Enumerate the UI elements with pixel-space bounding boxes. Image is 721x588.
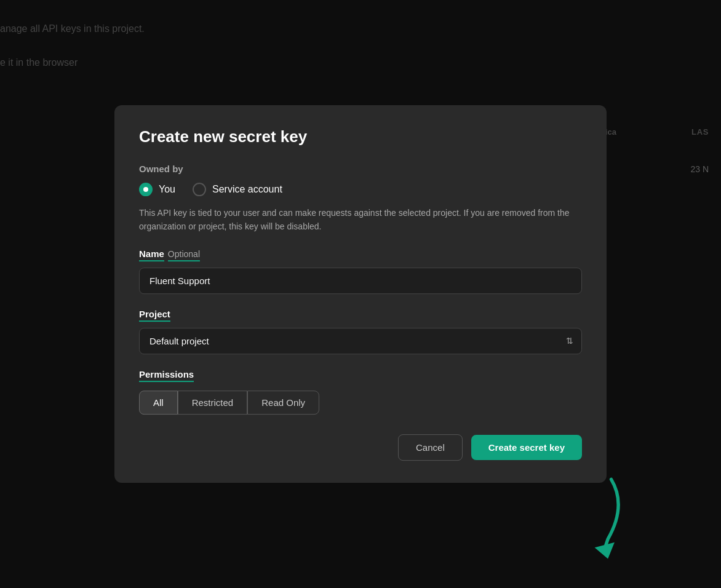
owned-by-row: You Service account bbox=[139, 183, 582, 196]
dialog-title: Create new secret key bbox=[139, 127, 582, 146]
owned-by-label: Owned by bbox=[139, 164, 582, 174]
description-text: This API key is tied to your user and ca… bbox=[139, 206, 582, 234]
radio-you-option[interactable]: You bbox=[139, 183, 175, 196]
perm-read-only-button[interactable]: Read Only bbox=[247, 391, 319, 415]
perm-restricted-button[interactable]: Restricted bbox=[178, 391, 248, 415]
project-label-wrapper: Project bbox=[139, 309, 582, 328]
project-label: Project bbox=[139, 309, 170, 322]
create-secret-key-button[interactable]: Create secret key bbox=[471, 435, 582, 460]
project-select-wrapper: Default project ⇅ bbox=[139, 328, 582, 354]
radio-service-label: Service account bbox=[212, 184, 282, 195]
radio-you-label: You bbox=[159, 184, 175, 195]
permissions-label-wrapper: Permissions bbox=[139, 369, 582, 391]
project-select[interactable]: Default project bbox=[139, 328, 582, 354]
name-input[interactable] bbox=[139, 268, 582, 294]
radio-service-option[interactable]: Service account bbox=[193, 183, 282, 196]
name-label: Name bbox=[139, 248, 164, 261]
cancel-button[interactable]: Cancel bbox=[398, 434, 463, 461]
perm-all-button[interactable]: All bbox=[139, 391, 178, 415]
radio-you-circle[interactable] bbox=[139, 183, 153, 196]
name-label-row: Name Optional bbox=[139, 248, 582, 261]
permissions-label: Permissions bbox=[139, 369, 194, 382]
radio-service-circle[interactable] bbox=[193, 183, 206, 196]
dialog-footer: Cancel Create secret key bbox=[139, 434, 582, 461]
create-secret-key-dialog: Create new secret key Owned by You Servi… bbox=[114, 105, 607, 483]
permissions-row: All Restricted Read Only bbox=[139, 391, 582, 415]
name-optional: Optional bbox=[168, 249, 200, 261]
